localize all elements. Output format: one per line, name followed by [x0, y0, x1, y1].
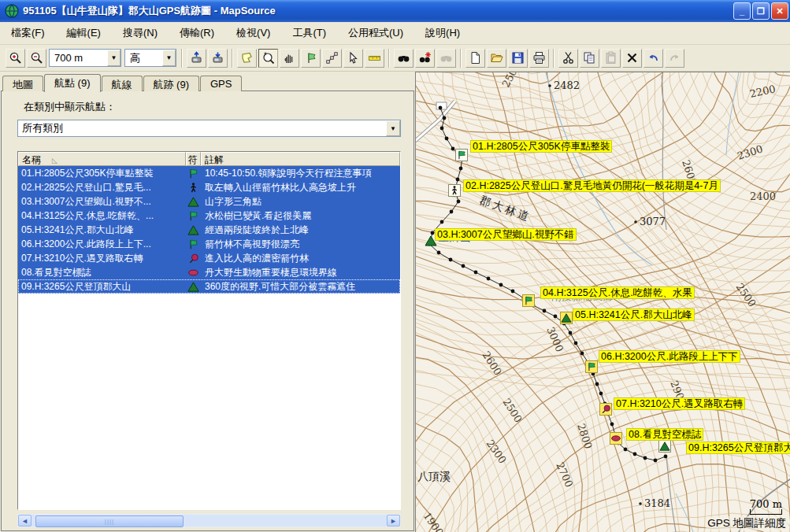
waypoint-row-5[interactable]: 05.H:3241公尺.郡大山北峰經過兩段陡坡終於上北峰: [18, 223, 400, 237]
tab-map[interactable]: 地圖: [2, 76, 43, 91]
cut-button[interactable]: [558, 49, 578, 68]
tab-routes[interactable]: 航線: [102, 76, 143, 91]
open-file-button[interactable]: [487, 49, 506, 68]
zoom-tool-button[interactable]: [258, 49, 278, 68]
find-nearest-button[interactable]: [415, 49, 435, 68]
map-waypoint-5-summit-icon[interactable]: [560, 312, 573, 324]
minimize-button[interactable]: _: [733, 2, 751, 20]
map-waypoint-label-5[interactable]: 05.H:3241公尺.郡大山北峰: [573, 308, 695, 321]
map-waypoint-1-flag-icon[interactable]: [455, 149, 468, 161]
menu-item-3[interactable]: 搜尋(N): [115, 23, 165, 43]
menu-bar: 檔案(F)編輯(E)搜尋(N)傳輸(R)檢視(V)工具(T)公用程式(U)說明(…: [0, 22, 790, 45]
panel-tabs: 地圖航點 (9)航線航跡 (9)GPS: [2, 73, 243, 91]
zoom-out-button[interactable]: [27, 49, 46, 68]
send-to-gps-button[interactable]: [187, 49, 206, 68]
map-waypoint-2-hiker-icon[interactable]: [448, 184, 461, 197]
column-header-symbol[interactable]: 符: [186, 152, 201, 166]
menu-item-6[interactable]: 工具(T): [284, 23, 334, 43]
pin-icon: [186, 253, 201, 264]
tab-gps[interactable]: GPS: [200, 76, 242, 91]
print-button[interactable]: [529, 49, 549, 68]
chevron-down-icon[interactable]: ▼: [107, 50, 121, 66]
scroll-left-button[interactable]: ◄: [18, 515, 32, 526]
waypoint-row-2[interactable]: 02.H:2825公尺登山口.驚見毛...取左轉入山徑箭竹林比人高急坡上升: [18, 180, 400, 194]
horizontal-scrollbar[interactable]: ◄ |||| ►: [17, 514, 401, 527]
waypoint-name: 03.H:3007公尺望鄉山.視野不...: [18, 195, 186, 209]
map-waypoint-4-flag-icon[interactable]: [522, 294, 535, 307]
map-waypoint-label-4[interactable]: 04.H:3125公尺.休息.吃餅乾、水果: [540, 286, 695, 299]
map-select-tool-button[interactable]: [237, 49, 257, 68]
chevron-down-icon[interactable]: ▼: [162, 50, 176, 66]
waypoint-row-9[interactable]: 09.H:3265公尺登頂郡大山360度的視野.可惜大部分被雲霧遮住: [18, 279, 400, 294]
waypoint-row-8[interactable]: 08.看見對空標誌丹大野生動物重要棲息環境界線: [18, 265, 400, 279]
new-file-button[interactable]: [465, 49, 485, 68]
waypoint-row-1[interactable]: 01.H:2805公尺305K停車點整裝10:45-10:50.領隊說明今天行程…: [18, 166, 400, 180]
map-waypoint-label-3[interactable]: 03.H:3007公尺望鄉山.視野不錯: [435, 228, 577, 241]
map-waypoint-label-8[interactable]: 08.看見對空標誌: [626, 428, 703, 441]
map-waypoint-label-9[interactable]: 09.H:3265公尺登頂郡大山: [686, 441, 790, 454]
save-file-button[interactable]: [508, 49, 528, 68]
menu-item-5[interactable]: 檢視(V): [228, 23, 278, 43]
map-waypoint-label-6[interactable]: 06.H:3200公尺.此路段上上下下: [599, 350, 740, 363]
close-button[interactable]: ✕: [771, 2, 788, 20]
map-detail-select[interactable]: 高 ▼: [124, 49, 176, 67]
menu-item-4[interactable]: 傳輸(R): [172, 23, 222, 43]
waypoint-note: 丹大野生動物重要棲息環境界線: [201, 266, 400, 279]
toolbar-separator: [553, 49, 554, 68]
tab-waypoints[interactable]: 航點 (9): [44, 74, 101, 92]
map-waypoint-label-1[interactable]: 01.H:2805公尺305K停車點整裝: [470, 140, 612, 153]
waypoint-name: 02.H:2825公尺登山口.驚見毛...: [18, 181, 186, 194]
find-button[interactable]: [394, 49, 414, 68]
chevron-down-icon[interactable]: ▼: [386, 120, 400, 136]
waypoint-name: 06.H:3200公尺.此路段上上下...: [18, 238, 186, 251]
scroll-right-button[interactable]: ►: [387, 515, 400, 526]
scroll-thumb[interactable]: ||||: [35, 515, 184, 527]
menu-item-1[interactable]: 檔案(F): [3, 23, 53, 43]
waypoint-name: 01.H:2805公尺305K停車點整裝: [18, 167, 186, 180]
map-scale-select[interactable]: 700 m ▼: [49, 49, 121, 67]
tab-tracks[interactable]: 航跡 (9): [143, 76, 200, 91]
map-waypoint-8-oval-icon[interactable]: [610, 432, 622, 445]
waypoint-row-6[interactable]: 06.H:3200公尺.此路段上上下...箭竹林不高視野很漂亮: [18, 237, 400, 251]
waypoint-table[interactable]: 名稱◺ 符 註解 01.H:2805公尺305K停車點整裝10:45-10:50…: [17, 151, 401, 510]
title-bar: 951105【山牛登山隊】郡大山GPS航跡圖 - MapSource _ ❐ ✕: [0, 0, 790, 22]
copy-button[interactable]: [580, 49, 599, 68]
measure-tool-button[interactable]: [365, 49, 384, 68]
restore-button[interactable]: ❐: [752, 2, 770, 20]
column-header-name[interactable]: 名稱◺: [18, 152, 186, 166]
category-select[interactable]: 所有類別 ▼: [17, 120, 401, 137]
waypoint-tool-button[interactable]: [301, 49, 321, 68]
map-waypoint-label-7[interactable]: 07.H:3210公尺.遇叉路取右轉: [614, 397, 745, 410]
map-waypoint-label-2[interactable]: 02.H:2825公尺登山口.驚見毛地黃仍開花(一般花期是4-7月: [463, 179, 721, 192]
table-header: 名稱◺ 符 註解: [18, 152, 400, 166]
scale-distance-label: 700 m: [750, 498, 782, 510]
route-tool-button[interactable]: [322, 49, 342, 68]
flag-icon: [186, 168, 201, 179]
waypoint-row-3[interactable]: 03.H:3007公尺望鄉山.視野不...山字形三角點: [18, 194, 400, 209]
delete-button[interactable]: [622, 49, 642, 68]
waypoint-note: 360度的視野.可惜大部分被雲霧遮住: [201, 280, 400, 294]
waypoint-row-4[interactable]: 04.H:3125公尺.休息.吃餅乾、...水松樹已變黃.看起很美麗: [18, 209, 400, 223]
waypoint-note: 10:45-10:50.領隊說明今天行程注意事項: [201, 167, 400, 180]
receive-from-gps-button[interactable]: [208, 49, 228, 68]
map-waypoint-6-flag-icon[interactable]: [585, 360, 598, 373]
pan-tool-button[interactable]: [280, 49, 299, 68]
selection-tool-button[interactable]: [343, 49, 363, 68]
find-next-button: [436, 49, 456, 68]
zoom-in-button[interactable]: [6, 49, 25, 68]
undo-button[interactable]: [643, 49, 663, 68]
column-header-comment[interactable]: 註解: [201, 152, 400, 166]
menu-item-7[interactable]: 公用程式(U): [340, 23, 411, 43]
map-view[interactable]: 郡大林道望鄉山 3007南投縣信義鄉八頂溪2500220023002600240…: [415, 72, 790, 532]
map-scale-bar: 700 m: [750, 498, 782, 515]
flag-icon: [186, 238, 201, 250]
waypoint-note: 取左轉入山徑箭竹林比人高急坡上升: [201, 181, 400, 194]
menu-item-2[interactable]: 編輯(E): [59, 23, 109, 43]
menu-item-8[interactable]: 說明(H): [417, 23, 468, 43]
filter-label: 在類別中顯示航點：: [24, 100, 116, 114]
waypoint-name: 08.看見對空標誌: [18, 266, 186, 279]
waypoint-row-7[interactable]: 07.H:3210公尺.遇叉路取右轉進入比人高的濃密箭竹林: [18, 251, 400, 265]
map-waypoint-7-pin-icon[interactable]: [599, 403, 612, 416]
oval-icon: [186, 267, 201, 279]
map-waypoint-9-summit-icon[interactable]: [658, 440, 671, 453]
